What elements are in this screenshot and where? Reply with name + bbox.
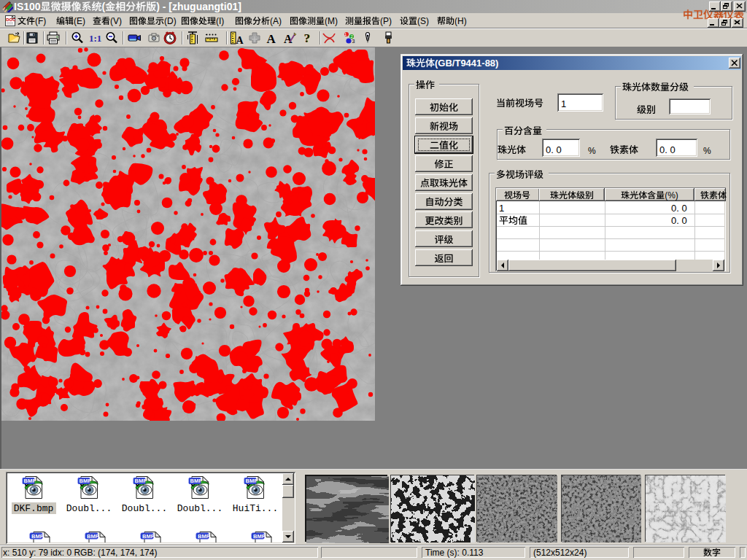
svg-text:BMP: BMP bbox=[24, 478, 36, 484]
svg-text:3: 3 bbox=[352, 39, 355, 44]
svg-text:BMP: BMP bbox=[31, 533, 44, 540]
svg-text:1:1: 1:1 bbox=[89, 33, 101, 44]
svg-text:BMP: BMP bbox=[142, 533, 155, 540]
svg-text:BMP: BMP bbox=[80, 478, 92, 484]
svg-text:BMP: BMP bbox=[135, 478, 147, 484]
svg-text:?: ? bbox=[304, 31, 311, 45]
svg-text:A: A bbox=[267, 32, 276, 46]
svg-text:BMP: BMP bbox=[253, 533, 266, 540]
svg-text:BMP: BMP bbox=[198, 533, 210, 540]
svg-text:DOC: DOC bbox=[6, 18, 16, 22]
svg-text:BMP: BMP bbox=[246, 478, 258, 484]
svg-text:BMP: BMP bbox=[190, 478, 203, 484]
svg-text:BMP: BMP bbox=[87, 533, 99, 540]
svg-text:A: A bbox=[236, 35, 244, 46]
